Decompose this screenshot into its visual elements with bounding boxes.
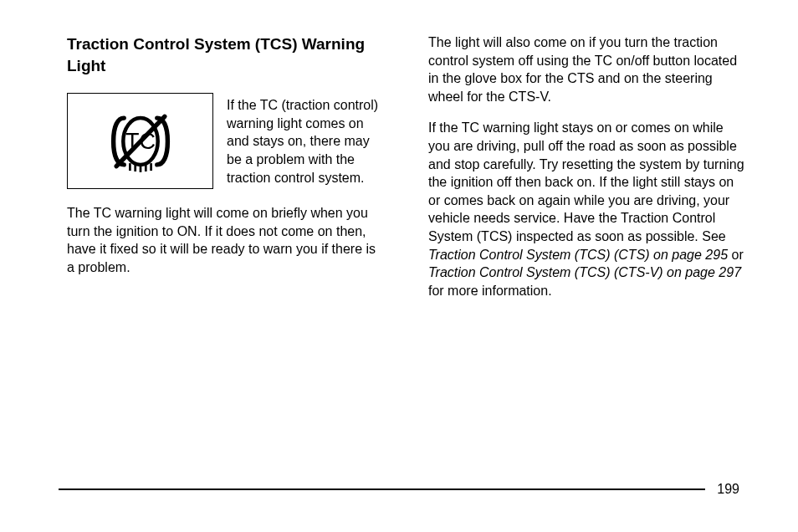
section-heading: Traction Control System (TCS) Warning Li…	[67, 33, 386, 76]
icon-caption: If the TC (traction control) warning lig…	[227, 93, 386, 189]
right-para2-or: or	[728, 248, 744, 262]
footer-divider	[59, 489, 705, 490]
cross-reference-1: Traction Control System (TCS) (CTS) on p…	[428, 248, 728, 262]
right-para2-text: If the TC warning light stays on or come…	[428, 120, 744, 243]
right-paragraph-1: The light will also come on if you turn …	[428, 33, 748, 105]
right-para2-end: for more information.	[428, 284, 552, 298]
cross-reference-2: Traction Control System (TCS) (CTS-V) on…	[428, 265, 741, 279]
page-footer: 199	[59, 482, 739, 497]
page-columns: Traction Control System (TCS) Warning Li…	[67, 33, 748, 313]
page-number: 199	[717, 482, 739, 497]
left-paragraph-1: The TC warning light will come on briefl…	[67, 204, 386, 276]
right-paragraph-2: If the TC warning light stays on or come…	[428, 119, 748, 299]
left-column: Traction Control System (TCS) Warning Li…	[67, 33, 386, 313]
warning-icon-box: TC	[67, 93, 213, 189]
right-column: The light will also come on if you turn …	[428, 33, 748, 313]
icon-row: TC If the TC (traction control) warning …	[67, 93, 386, 189]
traction-control-icon: TC	[103, 109, 178, 174]
